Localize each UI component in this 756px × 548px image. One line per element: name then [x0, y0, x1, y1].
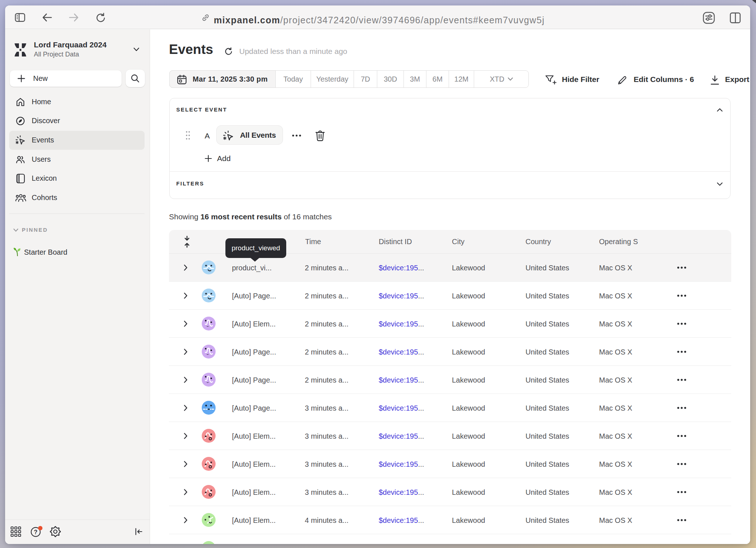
svg-text:?: ?	[34, 529, 38, 535]
